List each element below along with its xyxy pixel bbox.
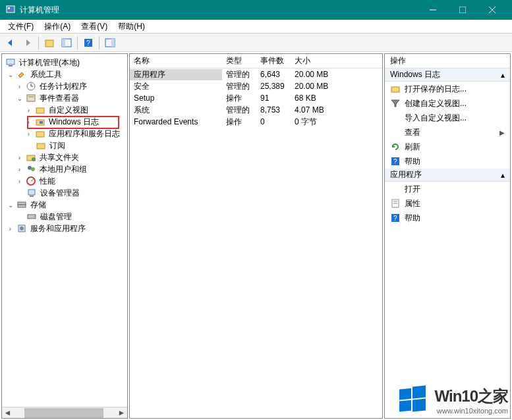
action-properties[interactable]: 属性 bbox=[385, 196, 510, 211]
tree-services-apps[interactable]: › 服务和应用程序 bbox=[3, 223, 126, 234]
expander-icon[interactable]: › bbox=[6, 224, 14, 233]
svg-rect-22 bbox=[40, 121, 43, 124]
tree-system-tools[interactable]: ⌄ 系统工具 bbox=[3, 68, 126, 80]
cell-size: 20.00 MB bbox=[291, 82, 382, 91]
expander-icon[interactable]: › bbox=[24, 130, 33, 138]
cell-name: Forwarded Events bbox=[130, 117, 222, 126]
cell-name: 应用程序 bbox=[130, 69, 222, 80]
tree-shared-folders[interactable]: › 共享文件夹 bbox=[3, 151, 126, 163]
tree-custom-views[interactable]: › 自定义视图 bbox=[3, 104, 126, 116]
svg-point-26 bbox=[32, 157, 36, 161]
column-name[interactable]: 名称 bbox=[130, 55, 222, 66]
svg-rect-31 bbox=[28, 190, 35, 195]
svg-rect-13 bbox=[7, 59, 14, 65]
filter-icon bbox=[390, 98, 401, 109]
horizontal-scrollbar[interactable]: ◄ ► bbox=[2, 407, 127, 418]
action-view[interactable]: 查看 ▶ bbox=[385, 125, 510, 140]
list-pane: 名称 类型 事件数 大小 应用程序管理的6,64320.00 MB安全管理的25… bbox=[129, 53, 383, 419]
action-import-custom-view[interactable]: 导入自定义视图... bbox=[385, 111, 510, 125]
list-row[interactable]: 应用程序管理的6,64320.00 MB bbox=[130, 68, 382, 80]
tree-subscriptions[interactable]: 订阅 bbox=[3, 140, 126, 151]
action-help2[interactable]: ? 帮助 bbox=[385, 211, 510, 225]
submenu-arrow-icon: ▶ bbox=[499, 129, 505, 136]
tree-windows-logs[interactable]: › Windows 日志 bbox=[3, 116, 126, 128]
list-row[interactable]: Forwarded Events操作00 字节 bbox=[130, 116, 382, 128]
tree-storage[interactable]: ⌄ 存储 bbox=[3, 199, 126, 211]
expander-icon[interactable]: › bbox=[15, 153, 24, 162]
tree-local-users[interactable]: › 本地用户和组 bbox=[3, 163, 126, 175]
action-refresh[interactable]: 刷新 bbox=[385, 140, 510, 154]
list-header: 名称 类型 事件数 大小 bbox=[130, 54, 382, 68]
action-open[interactable]: 打开 bbox=[385, 182, 510, 196]
cell-type: 操作 bbox=[222, 93, 256, 104]
menu-file[interactable]: 文件(F) bbox=[3, 20, 39, 34]
svg-rect-34 bbox=[18, 205, 26, 207]
actions-section-windows-logs[interactable]: Windows 日志 ▴ bbox=[385, 68, 510, 82]
disk-icon bbox=[26, 211, 37, 222]
tree-disk-management[interactable]: 磁盘管理 bbox=[3, 211, 126, 223]
help-toolbar-button[interactable]: ? bbox=[80, 36, 96, 50]
tree-app-service-logs[interactable]: › 应用程序和服务日志 bbox=[3, 128, 126, 140]
menu-view[interactable]: 查看(V) bbox=[76, 20, 113, 34]
cell-count: 6,643 bbox=[256, 70, 291, 79]
watermark: Win10之家 www.win10xitong.com bbox=[397, 384, 508, 416]
svg-rect-50 bbox=[412, 398, 426, 411]
expander-icon[interactable]: › bbox=[15, 177, 24, 186]
svg-rect-20 bbox=[36, 108, 44, 113]
shared-folders-icon bbox=[26, 152, 36, 163]
column-type[interactable]: 类型 bbox=[222, 55, 256, 66]
back-button[interactable] bbox=[3, 36, 18, 50]
expander-icon[interactable]: ⌄ bbox=[15, 94, 24, 103]
content-area: 计算机管理(本地) ⌄ 系统工具 › 任务计划程序 ⌄ 事件查看器 › 自定义视… bbox=[0, 52, 512, 420]
tree-task-scheduler[interactable]: › 任务计划程序 bbox=[3, 80, 126, 92]
action-create-custom-view[interactable]: 创建自定义视图... bbox=[385, 96, 510, 111]
expander-icon[interactable]: ⌄ bbox=[6, 70, 14, 79]
watermark-url: www.win10xitong.com bbox=[437, 407, 508, 415]
users-icon bbox=[26, 164, 36, 174]
actions-section-application[interactable]: 应用程序 ▴ bbox=[385, 169, 510, 182]
import-icon bbox=[390, 113, 401, 123]
tree-performance[interactable]: › 性能 bbox=[3, 175, 126, 187]
window-title: 计算机管理 bbox=[20, 5, 418, 16]
expander-icon[interactable]: ⌄ bbox=[6, 201, 14, 209]
maximize-button[interactable] bbox=[447, 0, 477, 20]
svg-rect-23 bbox=[36, 132, 44, 137]
watermark-title: Win10之家 bbox=[435, 386, 508, 407]
scroll-thumb[interactable] bbox=[24, 408, 103, 418]
column-size[interactable]: 大小 bbox=[291, 55, 382, 66]
svg-text:?: ? bbox=[393, 215, 397, 222]
forward-button[interactable] bbox=[20, 36, 36, 50]
expander-icon[interactable]: › bbox=[15, 165, 24, 174]
windows-logs-icon bbox=[35, 117, 45, 127]
collapse-icon[interactable]: ▴ bbox=[501, 171, 505, 180]
close-button[interactable] bbox=[477, 0, 507, 20]
menu-help[interactable]: 帮助(H) bbox=[113, 20, 150, 34]
actions-pane-title: 操作 bbox=[385, 54, 510, 68]
minimize-button[interactable] bbox=[418, 0, 447, 20]
svg-rect-49 bbox=[399, 400, 411, 412]
tree-event-viewer[interactable]: ⌄ 事件查看器 bbox=[3, 92, 126, 104]
action-open-saved-log[interactable]: 打开保存的日志... bbox=[385, 82, 510, 96]
toolbar: ? bbox=[0, 34, 512, 52]
action-help[interactable]: ? 帮助 bbox=[385, 154, 510, 169]
properties-toolbar-button[interactable] bbox=[102, 36, 118, 50]
scroll-left-icon[interactable]: ◄ bbox=[2, 407, 13, 419]
tree-root[interactable]: 计算机管理(本地) bbox=[3, 57, 126, 68]
expander-icon[interactable]: › bbox=[15, 82, 24, 91]
column-count[interactable]: 事件数 bbox=[256, 55, 291, 66]
scroll-right-icon[interactable]: ► bbox=[116, 407, 127, 419]
expander-icon[interactable]: › bbox=[24, 106, 33, 115]
svg-rect-47 bbox=[399, 388, 411, 400]
list-row[interactable]: Setup操作9168 KB bbox=[130, 92, 382, 104]
expander-icon[interactable]: › bbox=[24, 118, 33, 126]
list-row[interactable]: 安全管理的25,38920.00 MB bbox=[130, 80, 382, 92]
up-button[interactable] bbox=[42, 36, 57, 50]
show-hide-tree-button[interactable] bbox=[59, 36, 74, 50]
svg-text:?: ? bbox=[393, 158, 397, 165]
cell-size: 20.00 MB bbox=[291, 70, 382, 79]
collapse-icon[interactable]: ▴ bbox=[501, 70, 505, 80]
menu-action[interactable]: 操作(A) bbox=[39, 20, 76, 34]
event-viewer-icon bbox=[26, 93, 36, 103]
list-row[interactable]: 系统管理的8,7534.07 MB bbox=[130, 104, 382, 116]
tree-device-manager[interactable]: 设备管理器 bbox=[3, 187, 126, 199]
